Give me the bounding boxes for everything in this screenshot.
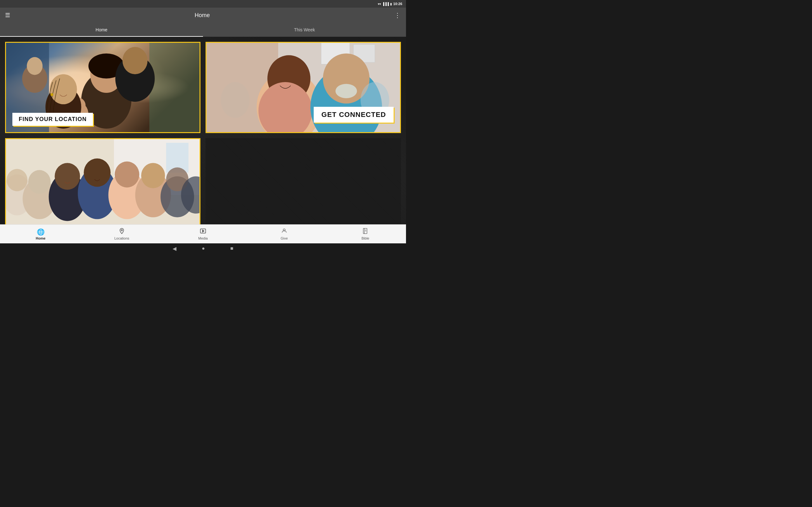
media-nav-label: Media (198, 236, 208, 240)
app-bar: ☰ Home ⋮ (0, 8, 406, 23)
wifi-icon: ▾▾ (378, 2, 381, 6)
hamburger-icon[interactable]: ☰ (5, 12, 10, 19)
status-time: 10:26 (393, 2, 402, 6)
empty-card-area (206, 138, 401, 229)
group-image (6, 139, 200, 228)
bottom-nav: 🌐 Home Locations Media Give (0, 224, 406, 243)
back-button[interactable]: ◀ (172, 245, 176, 251)
nav-bible[interactable]: Bible (325, 228, 406, 240)
tab-this-week[interactable]: This Week (203, 23, 406, 37)
nav-locations[interactable]: Locations (81, 228, 162, 240)
media-nav-icon (200, 228, 206, 236)
svg-point-35 (55, 163, 80, 190)
signal-icon: ▐▐▐ (382, 2, 389, 6)
status-icons: ▾▾ ▐▐▐ ▮ 10:26 (378, 2, 402, 6)
get-connected-label: GET CONNECTED (314, 107, 394, 123)
get-connected-card[interactable]: GET CONNECTED (206, 42, 401, 133)
bible-nav-icon (362, 228, 368, 236)
find-location-card[interactable]: FIND YOUR LOCATION (5, 42, 200, 133)
home-nav-icon: 🌐 (37, 228, 45, 236)
locations-nav-label: Locations (114, 236, 129, 240)
home-button[interactable]: ● (202, 245, 205, 251)
svg-rect-1 (149, 43, 200, 132)
more-options-icon[interactable]: ⋮ (394, 11, 401, 19)
locations-nav-icon (119, 228, 125, 236)
nav-home[interactable]: 🌐 Home (0, 228, 81, 240)
svg-point-39 (115, 162, 140, 187)
status-bar: ▾▾ ▐▐▐ ▮ 10:26 (0, 0, 406, 8)
recents-button[interactable]: ■ (230, 245, 234, 251)
home-nav-label: Home (36, 236, 46, 240)
svg-point-24 (336, 84, 357, 98)
main-content: FIND YOUR LOCATION (0, 37, 406, 234)
system-nav-bar: ◀ ● ■ (0, 243, 406, 253)
app-bar-title: Home (194, 12, 210, 19)
give-nav-icon (281, 228, 287, 236)
tab-home[interactable]: Home (0, 23, 203, 37)
bible-nav-label: Bible (362, 236, 369, 240)
group-card[interactable] (5, 138, 200, 229)
svg-point-41 (141, 163, 165, 188)
svg-point-25 (221, 82, 249, 118)
svg-marker-47 (202, 230, 204, 232)
tab-bar: Home This Week (0, 23, 406, 37)
svg-point-33 (28, 170, 51, 194)
svg-point-45 (121, 229, 122, 231)
svg-point-3 (27, 57, 43, 75)
find-location-label: FIND YOUR LOCATION (12, 113, 93, 126)
nav-media[interactable]: Media (162, 228, 244, 240)
svg-point-37 (84, 158, 111, 187)
give-nav-label: Give (281, 236, 288, 240)
nav-give[interactable]: Give (244, 228, 325, 240)
svg-point-31 (7, 169, 28, 191)
svg-point-13 (50, 93, 53, 96)
battery-icon: ▮ (390, 2, 392, 6)
svg-point-8 (122, 47, 148, 74)
